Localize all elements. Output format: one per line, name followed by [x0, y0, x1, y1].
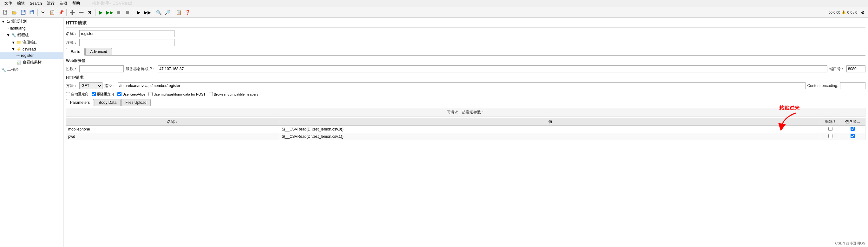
checkbox-keepalive[interactable]: Use KeepAlive — [117, 92, 145, 96]
col-encoded: 编码？ — [821, 118, 840, 126]
follow-redirect-checkbox[interactable] — [92, 92, 96, 96]
sidebar-item-test-plan[interactable]: ▼ 🗂 测试计划 — [0, 18, 63, 25]
row2-encoded-checkbox[interactable] — [828, 134, 833, 138]
sidebar-item-register-interface[interactable]: ▼ 📁 注册接口 — [0, 39, 63, 46]
tab-basic[interactable]: Basic — [66, 48, 85, 56]
comment-row: 注释： — [66, 39, 865, 46]
sidebar-item-workbench[interactable]: 🔧 工作台 — [0, 66, 63, 73]
menu-item-file[interactable]: 文件 — [2, 0, 14, 7]
register-interface-icon: 📁 — [17, 40, 21, 45]
sep1 — [37, 9, 38, 16]
row2-encoded[interactable] — [821, 133, 840, 140]
sidebar-item-result-tree[interactable]: 📊 察看结果树 — [0, 59, 63, 66]
remote-run-all-button[interactable]: ▶▶ — [144, 8, 152, 17]
stop-button[interactable]: ⏹ — [115, 8, 123, 17]
open-button[interactable] — [10, 8, 19, 17]
clear-button[interactable]: ✖ — [86, 8, 94, 17]
row1-value[interactable]: ${__CSVRead(D:\test_lemon.csv,0)} — [280, 126, 821, 133]
workbench-icon: 🔧 — [1, 68, 6, 72]
save-all-button[interactable] — [28, 8, 36, 17]
row2-include-checkbox[interactable] — [850, 134, 855, 138]
sidebar-item-laohuangli[interactable]: ○ laohuangli — [0, 25, 63, 31]
menu-bar: 文件 编辑 Search 运行 选项 帮助 格格助手- CSVRead — [0, 0, 868, 7]
checkbox-auto-redirect[interactable]: 自动重定向 — [66, 92, 89, 96]
menu-item-run[interactable]: 运行 — [44, 0, 57, 7]
checkbox-follow-redirect[interactable]: 跟随重定向 — [92, 92, 114, 96]
row1-include-checkbox[interactable] — [850, 127, 855, 131]
checkbox-browser-headers[interactable]: Browser-compatible headers — [209, 92, 258, 96]
protocol-input[interactable] — [79, 65, 124, 72]
comment-input[interactable] — [79, 39, 175, 46]
comment-label: 注释： — [66, 40, 78, 45]
row2-include[interactable] — [840, 133, 865, 140]
help-button[interactable]: ❓ — [183, 8, 192, 17]
annotation-container: 粘贴过来 — [777, 105, 802, 130]
svg-rect-2 — [22, 10, 24, 12]
run-all-button[interactable]: ▶▶ — [106, 8, 114, 17]
content-encoding-input[interactable] — [840, 82, 865, 89]
keepalive-checkbox[interactable] — [117, 92, 122, 96]
search-next-button[interactable]: 🔎 — [163, 8, 172, 17]
browser-headers-label: Browser-compatible headers — [214, 92, 258, 96]
sep3 — [95, 9, 95, 16]
sub-tab-files-upload[interactable]: Files Upload — [121, 99, 151, 106]
follow-redirect-label: 跟随重定向 — [97, 92, 114, 96]
sidebar-item-register[interactable]: ✏ register — [0, 52, 63, 59]
menu-item-options[interactable]: 选项 — [57, 0, 70, 7]
method-label: 方法： — [66, 83, 78, 89]
port-input[interactable] — [846, 65, 865, 72]
row1-encoded[interactable] — [821, 126, 840, 133]
separator-slash: ⚠️ — [841, 10, 846, 14]
browser-headers-checkbox[interactable] — [209, 92, 213, 96]
register-interface-label: 注册接口 — [23, 40, 38, 45]
sidebar-item-threadgroup[interactable]: ▼ 🔧 线程组 — [0, 31, 63, 39]
path-input[interactable] — [118, 82, 806, 89]
table-row: pwd ${__CSVRead(D:\test_lemon.csv,1)} — [66, 133, 865, 140]
menu-item-edit[interactable]: 编辑 — [14, 0, 27, 7]
checkbox-multipart[interactable]: Use multipart/form-data for POST — [149, 92, 206, 96]
row1-encoded-checkbox[interactable] — [828, 127, 833, 131]
main-tabs: Basic Advanced — [66, 48, 865, 56]
new-button[interactable] — [1, 8, 9, 17]
row1-include[interactable] — [840, 126, 865, 133]
toolbar-right: 00:0:00 ⚠️ 0 0 / 0 ⚙ — [829, 8, 867, 17]
row2-name[interactable]: pwd — [66, 133, 280, 140]
errors-count: 0 / 0 — [850, 10, 857, 14]
sep5 — [153, 9, 153, 16]
menu-item-search[interactable]: Search — [27, 1, 44, 6]
tab-advanced[interactable]: Advanced — [85, 48, 112, 55]
panel-title: HTTP请求 — [66, 20, 865, 28]
method-select[interactable]: GET POST PUT DELETE — [79, 82, 102, 89]
result-tree-label: 察看结果树 — [23, 60, 41, 65]
remote-run-button[interactable]: ▶ — [134, 8, 143, 17]
cut-button[interactable]: ✂ — [39, 8, 47, 17]
checkbox-row: 自动重定向 跟随重定向 Use KeepAlive Use multipart/… — [66, 92, 865, 96]
row1-name[interactable]: mobilephone — [66, 126, 280, 133]
copy-button[interactable]: 📋 — [48, 8, 56, 17]
row2-value[interactable]: ${__CSVRead(D:\test_lemon.csv,1)} — [280, 133, 821, 140]
settings-button[interactable]: ⚙ — [859, 8, 867, 17]
server-input[interactable] — [158, 65, 827, 72]
remove-button[interactable]: ➖ — [77, 8, 85, 17]
params-table: 名称： 值 编码？ 包含等... mobilephone ${__CSVRead… — [66, 118, 865, 140]
sidebar-item-csvread[interactable]: ▼ ⚡ csvread — [0, 46, 63, 52]
sub-tab-body-data[interactable]: Body Data — [95, 99, 121, 106]
server-label: 服务器名称或IP： — [126, 66, 156, 72]
tree-button[interactable]: 📋 — [175, 8, 183, 17]
csvread-label: csvread — [23, 47, 36, 52]
multipart-checkbox[interactable] — [149, 92, 153, 96]
run-button[interactable]: ▶ — [97, 8, 105, 17]
col-value: 值 — [280, 118, 821, 126]
search-prev-button[interactable]: 🔍 — [155, 8, 163, 17]
name-input[interactable] — [79, 30, 175, 37]
main-layout: ▼ 🗂 测试计划 ○ laohuangli ▼ 🔧 线程组 ▼ 📁 注册接口 ▼… — [0, 18, 868, 247]
save-button[interactable] — [19, 8, 27, 17]
sub-tab-parameters[interactable]: Parameters — [66, 99, 94, 106]
keepalive-label: Use KeepAlive — [122, 92, 145, 96]
laohuangli-label: laohuangli — [10, 26, 27, 30]
stop-all-button[interactable]: ⏹ — [123, 8, 132, 17]
add-button[interactable]: ➕ — [68, 8, 76, 17]
paste-button[interactable]: 📌 — [57, 8, 65, 17]
auto-redirect-checkbox[interactable] — [66, 92, 70, 96]
menu-item-help[interactable]: 帮助 — [70, 0, 83, 7]
